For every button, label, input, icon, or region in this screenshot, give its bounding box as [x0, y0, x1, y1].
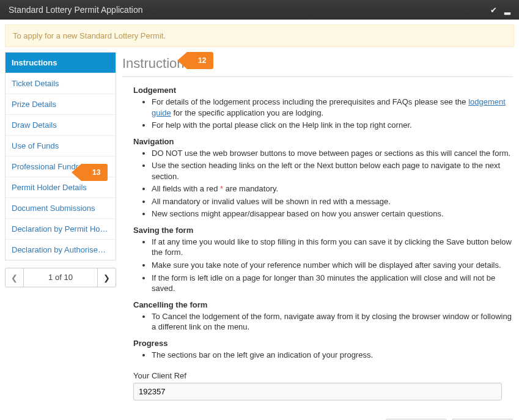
sidebar-item-document-submissions[interactable]: Document Submissions [6, 198, 116, 219]
sidebar: Instructions Ticket Details Prize Detail… [0, 52, 116, 415]
sidebar-item-declaration-permit-holder[interactable]: Declaration by Permit Holder [6, 219, 116, 240]
saving-li2: Make sure you take note of your referenc… [152, 260, 513, 271]
navigation-li3: All fields with a red * are mandatory. [152, 183, 513, 194]
sidebar-item-use-of-funds[interactable]: Use of Funds [6, 136, 116, 157]
navigation-li2: Use the section heading links on the lef… [152, 160, 513, 182]
navigation-li4: All mandatory or invalid values will be … [152, 196, 513, 207]
bell-icon[interactable]: ▂ [504, 6, 510, 15]
sidebar-item-instructions[interactable]: Instructions [6, 53, 116, 73]
cancelling-li1: To Cancel the lodgement of the form, nav… [152, 311, 513, 333]
pager-label: 1 of 10 [24, 268, 97, 287]
top-bar: Standard Lottery Permit Application ✔ ▂ [0, 0, 519, 20]
pager-prev-button[interactable]: ❮ [6, 268, 24, 287]
saving-li1: If at any time you would like to stop fi… [152, 237, 513, 258]
app-title: Standard Lottery Permit Application [9, 0, 142, 20]
sidebar-item-ticket-details[interactable]: Ticket Details [6, 73, 116, 94]
client-ref-label: Your Client Ref [133, 371, 513, 380]
sidebar-item-declaration-authorised[interactable]: Declaration by Authorised… [6, 240, 116, 260]
section-nav: Instructions Ticket Details Prize Detail… [5, 52, 116, 260]
heading-lodgement: Lodgement [133, 86, 513, 95]
sidebar-item-draw-details[interactable]: Draw Details [6, 115, 116, 136]
banner-text: To apply for a new Standard Lottery Perm… [13, 31, 166, 40]
client-ref-input[interactable] [133, 383, 502, 400]
heading-progress: Progress [133, 339, 513, 348]
footer-actions: ❮ Prev ❯ Next 🖶 PDF 💾 Save Submit [0, 415, 519, 420]
progress-li1: The sections bar on the left give an ind… [152, 350, 513, 361]
heading-navigation: Navigation [133, 137, 513, 146]
callout-arrow-13: 13 [72, 164, 108, 181]
info-banner: To apply for a new Standard Lottery Perm… [5, 24, 514, 47]
sidebar-item-prize-details[interactable]: Prize Details [6, 94, 116, 115]
saving-li3: If the form is left idle on a page for l… [152, 273, 513, 294]
heading-saving: Saving the form [133, 226, 513, 235]
navigation-li5: New sections might appear/disappear base… [152, 208, 513, 219]
chevron-right-icon: ❯ [103, 273, 110, 282]
main-content: Instructions 12 Lodgement For details of… [116, 52, 519, 415]
navigation-li1: DO NOT use the web browser buttons to mo… [152, 148, 513, 159]
check-icon[interactable]: ✔ [490, 6, 497, 15]
lodgement-li2: For help with the portal please click on… [152, 120, 513, 131]
lodgement-li1: For details of the lodgement process inc… [152, 97, 513, 118]
pager-next-button[interactable]: ❯ [97, 268, 116, 287]
callout-arrow-12: 12 [177, 52, 213, 69]
section-pager: ❮ 1 of 10 ❯ [5, 268, 116, 287]
chevron-left-icon: ❮ [11, 273, 18, 282]
heading-cancelling: Cancelling the form [133, 300, 513, 309]
